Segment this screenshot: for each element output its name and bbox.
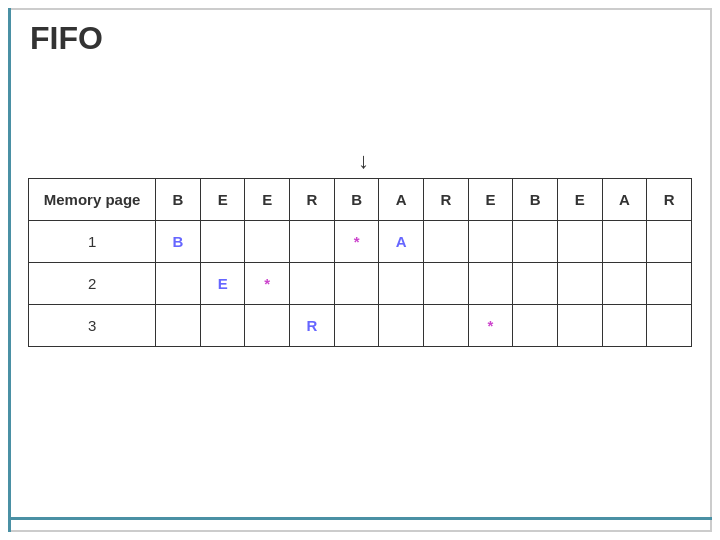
cell-2-4 xyxy=(334,305,379,347)
cell-2-10 xyxy=(602,305,647,347)
cell-1-8 xyxy=(513,263,558,305)
fifo-table: Memory pageBEERBAREBEAR1B*A2E*3R* xyxy=(28,178,692,347)
table-header-row: Memory pageBEERBAREBEAR xyxy=(29,179,692,221)
header-col-11: R xyxy=(647,179,692,221)
table-row-2: 3R* xyxy=(29,305,692,347)
header-col-2: E xyxy=(245,179,290,221)
cell-1-9 xyxy=(558,263,603,305)
cell-0-10 xyxy=(602,221,647,263)
header-col-1: E xyxy=(200,179,245,221)
header-col-4: B xyxy=(334,179,379,221)
arrow-down-indicator: ↓ xyxy=(358,148,369,174)
table-row-0: 1B*A xyxy=(29,221,692,263)
cell-2-9 xyxy=(558,305,603,347)
cell-0-9 xyxy=(558,221,603,263)
cell-2-6 xyxy=(424,305,469,347)
cell-2-7: * xyxy=(468,305,513,347)
header-col-3: R xyxy=(290,179,335,221)
cell-0-1 xyxy=(200,221,245,263)
cell-2-11 xyxy=(647,305,692,347)
table-row-1: 2E* xyxy=(29,263,692,305)
cell-1-5 xyxy=(379,263,424,305)
cell-1-11 xyxy=(647,263,692,305)
cell-0-4: * xyxy=(334,221,379,263)
header-col-0: B xyxy=(156,179,201,221)
row-label-2: 3 xyxy=(29,305,156,347)
header-col-9: E xyxy=(558,179,603,221)
header-col-6: R xyxy=(424,179,469,221)
header-label-cell: Memory page xyxy=(29,179,156,221)
cell-1-10 xyxy=(602,263,647,305)
left-accent-line xyxy=(8,8,11,532)
cell-2-0 xyxy=(156,305,201,347)
header-col-8: B xyxy=(513,179,558,221)
cell-0-8 xyxy=(513,221,558,263)
cell-0-5: A xyxy=(379,221,424,263)
header-col-7: E xyxy=(468,179,513,221)
row-label-0: 1 xyxy=(29,221,156,263)
cell-1-2: * xyxy=(245,263,290,305)
cell-1-6 xyxy=(424,263,469,305)
slide-title: FIFO xyxy=(30,20,103,57)
cell-0-2 xyxy=(245,221,290,263)
cell-1-4 xyxy=(334,263,379,305)
cell-2-8 xyxy=(513,305,558,347)
cell-2-5 xyxy=(379,305,424,347)
cell-1-1: E xyxy=(200,263,245,305)
cell-0-6 xyxy=(424,221,469,263)
cell-0-11 xyxy=(647,221,692,263)
bottom-accent-line xyxy=(8,517,712,520)
cell-1-0 xyxy=(156,263,201,305)
cell-0-0: B xyxy=(156,221,201,263)
fifo-table-container: Memory pageBEERBAREBEAR1B*A2E*3R* xyxy=(28,178,692,347)
header-col-5: A xyxy=(379,179,424,221)
cell-1-7 xyxy=(468,263,513,305)
cell-2-3: R xyxy=(290,305,335,347)
row-label-1: 2 xyxy=(29,263,156,305)
cell-0-3 xyxy=(290,221,335,263)
cell-1-3 xyxy=(290,263,335,305)
cell-2-1 xyxy=(200,305,245,347)
header-col-10: A xyxy=(602,179,647,221)
cell-2-2 xyxy=(245,305,290,347)
cell-0-7 xyxy=(468,221,513,263)
